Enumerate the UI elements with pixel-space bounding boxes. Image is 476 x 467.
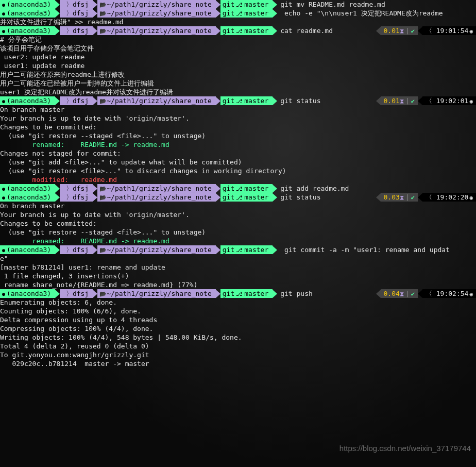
command-text: git push (280, 289, 313, 298)
command-text: git commit -a -m "user1: rename and upda… (280, 245, 450, 254)
command-text: cat readme.md (280, 26, 333, 35)
output-line: (use "git restore <file>..." to discard … (0, 166, 476, 175)
check-icon (411, 96, 415, 106)
arrow-icon (55, 246, 60, 254)
env-segment: (anaconda3) (0, 193, 55, 202)
output-line: (use "git restore --staged <file>..." to… (0, 228, 476, 237)
command-wrap: 并对该文件进行了编辑" >> readme.md (0, 18, 476, 26)
env-segment: (anaconda3) (0, 96, 55, 105)
output-line: Delta compression using up to 4 threads (0, 315, 476, 324)
larrow-icon (418, 97, 422, 105)
command-text: git status (280, 96, 320, 105)
arrow-icon (93, 9, 97, 18)
user-segment: 〉dfsj (60, 193, 93, 202)
output-line: 1 file changed, 3 insertions(+) (0, 272, 476, 280)
larrow-icon (418, 193, 422, 202)
output-line: # 分享会笔记 (0, 35, 476, 44)
arrow-icon (216, 27, 220, 35)
folder-icon (99, 96, 107, 106)
right-status: 0.01 |〈 19:01:54 (376, 26, 476, 35)
env-icon (2, 184, 7, 193)
larrow-icon (418, 27, 422, 35)
arrow-icon (55, 193, 60, 202)
arrow-icon (93, 193, 97, 202)
env-icon (2, 9, 7, 18)
clock-icon (468, 96, 473, 106)
branch-icon (234, 96, 244, 106)
prompt-line[interactable]: (anaconda3) 〉dfsj ~/path1/grizzly/share_… (0, 96, 476, 105)
path-segment: ~/path1/grizzly/share_note (97, 0, 216, 9)
clock-icon (468, 289, 473, 298)
git-segment: gitmaster (220, 26, 273, 35)
arrow-icon (273, 9, 277, 18)
prompt-line[interactable]: (anaconda3) 〉dfsj ~/path1/grizzly/share_… (0, 9, 476, 18)
git-segment: gitmaster (220, 245, 273, 254)
hourglass-icon (400, 193, 404, 202)
env-icon (2, 0, 7, 9)
folder-icon (99, 193, 107, 202)
arrow-icon (55, 27, 60, 35)
folder-icon (99, 26, 107, 36)
output-line: (use "git restore --staged <file>..." to… (0, 131, 476, 140)
prompt-line[interactable]: (anaconda3) 〉dfsj ~/path1/grizzly/share_… (0, 26, 476, 35)
branch-icon (234, 26, 244, 36)
env-segment: (anaconda3) (0, 289, 55, 298)
git-segment: gitmaster (220, 289, 273, 298)
path-segment: ~/path1/grizzly/share_note (97, 184, 216, 193)
env-icon (2, 193, 7, 202)
arrow-icon (273, 97, 277, 105)
branch-icon (234, 193, 244, 202)
right-status: 0.03 |〈 19:02:20 (376, 193, 476, 202)
arrow-icon (273, 193, 277, 202)
output-line: Changes to be committed: (0, 219, 476, 228)
branch-icon (234, 289, 244, 298)
clock-icon (468, 26, 473, 36)
env-segment: (anaconda3) (0, 9, 55, 18)
arrow-icon (93, 27, 97, 35)
prompt-line[interactable]: (anaconda3) 〉dfsj ~/path1/grizzly/share_… (0, 184, 476, 193)
env-segment: (anaconda3) (0, 184, 55, 193)
arrow-icon (273, 1, 277, 9)
user-segment: 〉dfsj (60, 245, 93, 254)
output-line: user2: update readme (0, 53, 476, 61)
output-line: Changes to be committed: (0, 123, 476, 131)
prompt-line[interactable]: (anaconda3) 〉dfsj ~/path1/grizzly/share_… (0, 193, 476, 202)
output-line: rename share_note/{README.md => readme.m… (0, 280, 476, 289)
prompt-line[interactable]: (anaconda3) 〉dfsj ~/path1/grizzly/share_… (0, 289, 476, 298)
output-line: Your branch is up to date with 'origin/m… (0, 210, 476, 219)
arrow-icon (55, 9, 60, 18)
env-segment: (anaconda3) (0, 0, 55, 9)
output-line: Total 4 (delta 2), reused 0 (delta 0) (0, 342, 476, 351)
output-line: user1: update readme (0, 61, 476, 70)
larrow-icon (376, 193, 381, 202)
hourglass-icon (400, 26, 404, 36)
larrow-icon (418, 290, 422, 298)
user-segment: 〉dfsj (60, 9, 93, 18)
folder-icon (99, 289, 107, 298)
arrow-icon (273, 185, 277, 193)
arrow-icon (93, 185, 97, 193)
arrow-icon (216, 1, 220, 9)
output-line: 该项目用于存储分享会笔记文件 (0, 44, 476, 53)
path-segment: ~/path1/grizzly/share_note (97, 289, 216, 298)
prompt-line[interactable]: (anaconda3) 〉dfsj ~/path1/grizzly/share_… (0, 0, 476, 9)
folder-icon (99, 0, 107, 9)
arrow-icon (55, 1, 60, 9)
output-line: 029c20c..b781214 master -> master (0, 359, 476, 368)
git-segment: gitmaster (220, 9, 273, 18)
output-line: (use "git add <file>..." to update what … (0, 158, 476, 166)
right-status: 0.01 |〈 19:02:01 (376, 96, 476, 105)
path-segment: ~/path1/grizzly/share_note (97, 245, 216, 254)
arrow-icon (216, 290, 220, 298)
output-line: Enumerating objects: 6, done. (0, 298, 476, 307)
prompt-line[interactable]: (anaconda3) 〉dfsj ~/path1/grizzly/share_… (0, 245, 476, 254)
arrow-icon (216, 193, 220, 202)
arrow-icon (55, 185, 60, 193)
output-line: 用户二可能还在原来的readme上进行修改 (0, 70, 476, 79)
user-segment: 〉dfsj (60, 184, 93, 193)
arrow-icon (55, 290, 60, 298)
git-segment: gitmaster (220, 184, 273, 193)
arrow-icon (216, 97, 220, 105)
output-line: [master b781214] user1: rename and updat… (0, 263, 476, 272)
output-line: Changes not staged for commit: (0, 149, 476, 158)
